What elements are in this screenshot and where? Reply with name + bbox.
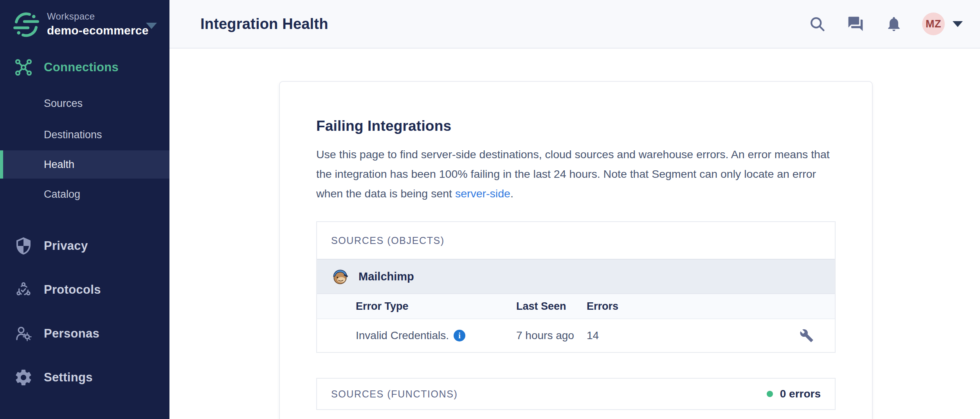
table-row: Invalid Credentials. i 7 hours ago 14 — [317, 318, 835, 352]
sidebar-item-health[interactable]: Health — [0, 150, 169, 179]
chevron-down-icon[interactable] — [146, 23, 157, 29]
sidebar-item-label: Catalog — [44, 188, 80, 200]
info-icon[interactable]: i — [454, 330, 465, 341]
sources-objects-table: SOURCES (OBJECTS) Mailchimp — [316, 221, 836, 353]
search-icon[interactable] — [809, 15, 826, 33]
description-text-end: . — [510, 187, 513, 200]
sidebar-item-settings[interactable]: Settings — [0, 362, 169, 393]
main-area: Integration Health MZ — [169, 0, 980, 419]
wrench-icon[interactable] — [800, 329, 814, 343]
shield-icon — [14, 237, 33, 255]
last-seen-cell: 7 hours ago — [516, 329, 587, 342]
server-side-link[interactable]: server-side — [455, 187, 510, 200]
chevron-down-icon[interactable] — [953, 21, 963, 27]
error-type-cell: Invalid Credentials. i — [356, 329, 516, 342]
sidebar-item-destinations[interactable]: Destinations — [0, 119, 169, 150]
failing-integrations-card: Failing Integrations Use this page to fi… — [279, 81, 873, 419]
mailchimp-monkey-icon — [331, 267, 349, 285]
error-type-text: Invalid Credentials. — [356, 329, 449, 342]
sidebar-item-label: Settings — [44, 370, 93, 385]
sidebar-item-connections[interactable]: Connections — [0, 55, 169, 80]
table-column-headers: Error Type Last Seen Errors — [317, 293, 835, 318]
status-text: 0 errors — [780, 388, 821, 400]
sidebar-item-protocols[interactable]: Protocols — [0, 274, 169, 305]
card-heading: Failing Integrations — [316, 118, 836, 134]
protocols-check-cycle-icon — [14, 280, 33, 299]
card-description: Use this page to find server-side destin… — [316, 144, 839, 203]
sidebar-item-personas[interactable]: Personas — [0, 318, 169, 349]
content-area: Failing Integrations Use this page to fi… — [169, 49, 980, 419]
status-badge: 0 errors — [767, 388, 821, 400]
sidebar-item-label: Connections — [44, 60, 119, 74]
mailchimp-group-row[interactable]: Mailchimp — [317, 259, 835, 293]
sources-functions-section: SOURCES (FUNCTIONS) 0 errors — [316, 378, 836, 410]
top-bar: Integration Health MZ — [169, 0, 980, 49]
top-bar-actions: MZ — [787, 13, 963, 35]
sidebar-item-label: Protocols — [44, 283, 101, 297]
sidebar-item-label: Personas — [44, 327, 99, 341]
sidebar-item-label: Destinations — [44, 129, 102, 141]
sidebar-item-label: Sources — [44, 98, 83, 110]
sidebar-sections: Privacy Protocols — [0, 218, 169, 393]
sidebar-item-privacy[interactable]: Privacy — [0, 230, 169, 262]
segment-logo — [12, 10, 41, 39]
sidebar-item-sources[interactable]: Sources — [0, 88, 169, 119]
errors-count-cell: 14 — [587, 329, 800, 342]
connections-node-graph-icon — [14, 58, 33, 77]
gear-icon — [14, 368, 33, 387]
sidebar-item-label: Privacy — [44, 239, 88, 253]
chat-bubbles-icon[interactable] — [847, 15, 864, 33]
column-errors: Errors — [587, 300, 800, 312]
sidebar: Workspace demo-ecommerce Connections Sou… — [0, 0, 169, 419]
column-last-seen: Last Seen — [516, 300, 587, 312]
section-title: SOURCES (FUNCTIONS) — [331, 388, 458, 400]
bell-icon[interactable] — [885, 15, 903, 33]
workspace-name: demo-ecommerce — [47, 24, 149, 37]
sidebar-item-label: Health — [44, 159, 74, 171]
connections-sub-nav: Sources Destinations Health Catalog — [0, 88, 169, 210]
page-title: Integration Health — [200, 16, 328, 33]
person-gear-icon — [14, 324, 33, 343]
sidebar-item-catalog[interactable]: Catalog — [0, 179, 169, 210]
avatar[interactable]: MZ — [922, 13, 945, 35]
group-name: Mailchimp — [358, 270, 414, 283]
workspace-label: Workspace — [47, 11, 149, 22]
green-dot-icon — [767, 391, 773, 397]
description-text: Use this page to find server-side destin… — [316, 148, 830, 200]
section-title: SOURCES (OBJECTS) — [331, 235, 445, 246]
column-error-type: Error Type — [356, 300, 516, 312]
table-section-header: SOURCES (OBJECTS) — [317, 222, 835, 259]
workspace-switcher[interactable]: Workspace demo-ecommerce — [0, 0, 169, 39]
